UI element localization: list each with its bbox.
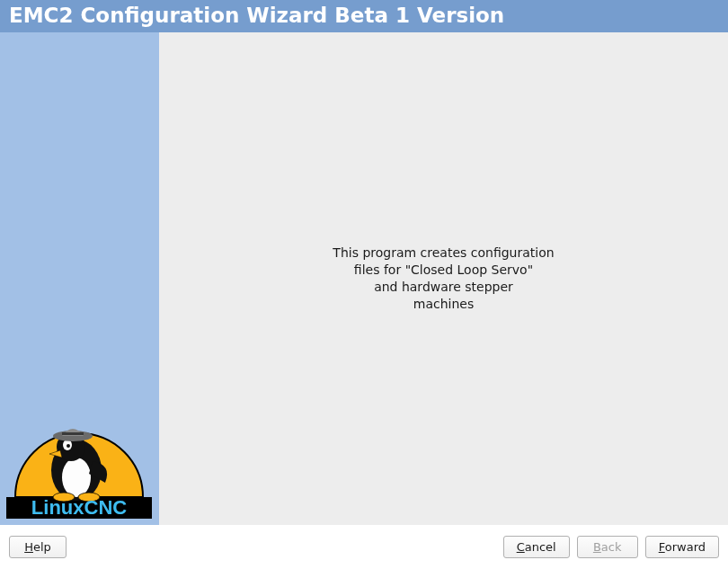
button-bar: Help Cancel Back Forward <box>0 525 728 569</box>
svg-point-5 <box>67 444 70 448</box>
message-line: files for "Closed Loop Servo" <box>333 262 554 279</box>
sidebar: LinuxCNC <box>0 32 159 525</box>
message-line: machines <box>333 296 554 313</box>
message-line: This program creates configuration <box>333 244 554 262</box>
main-area: LinuxCNC This program creates configurat… <box>0 32 728 525</box>
back-button[interactable]: Back <box>577 536 638 558</box>
cancel-button[interactable]: Cancel <box>503 536 570 558</box>
intro-message: This program creates configuration files… <box>333 244 554 313</box>
title-text: EMC2 Configuration Wizard Beta 1 Version <box>9 4 504 27</box>
title-bar: EMC2 Configuration Wizard Beta 1 Version <box>0 0 728 32</box>
forward-button[interactable]: Forward <box>645 536 719 558</box>
svg-rect-7 <box>62 432 84 435</box>
penguin-logo-icon: LinuxCNC <box>6 427 152 521</box>
linuxcnc-logo: LinuxCNC <box>6 427 152 521</box>
help-button[interactable]: Help <box>9 536 67 558</box>
svg-point-2 <box>62 458 91 497</box>
logo-text: LinuxCNC <box>31 496 127 519</box>
message-line: and hardware stepper <box>333 279 554 296</box>
content-panel: This program creates configuration files… <box>159 32 728 525</box>
